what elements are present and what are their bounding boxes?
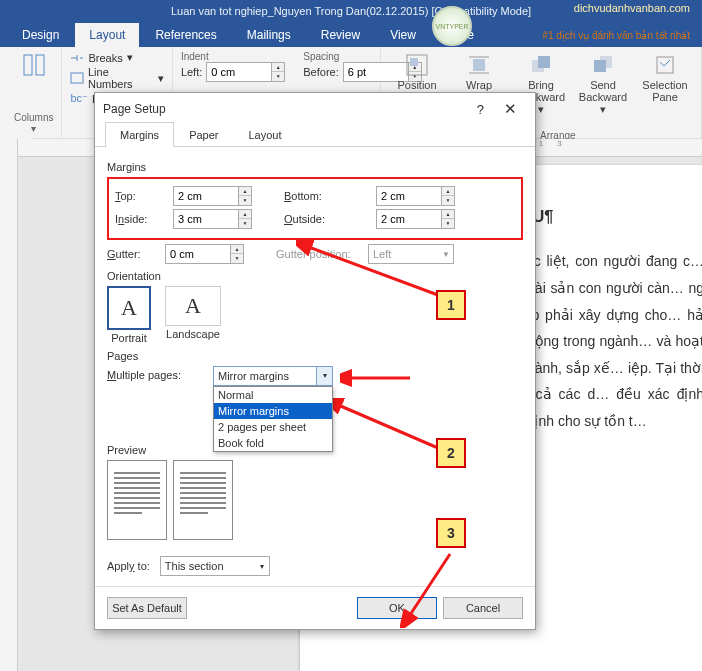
help-button[interactable]: ? — [467, 102, 494, 117]
multiple-pages-dropdown: Normal Mirror margins 2 pages per sheet … — [213, 386, 333, 452]
portrait-icon: A — [121, 295, 137, 321]
apply-to-select[interactable]: This section▾ — [160, 556, 270, 576]
line-numbers-icon — [70, 72, 83, 84]
close-button[interactable]: ✕ — [494, 100, 527, 118]
svg-rect-5 — [473, 59, 485, 71]
margin-inside-input[interactable]: ▲▼ — [173, 209, 252, 229]
orientation-section-label: Orientation — [107, 270, 523, 282]
landscape-icon: A — [185, 293, 201, 319]
spin-up-icon[interactable]: ▲ — [239, 187, 251, 196]
margin-top-label: Top: — [115, 190, 167, 202]
tab-design[interactable]: Design — [8, 23, 73, 47]
orientation-portrait[interactable]: A Portrait — [107, 286, 151, 344]
selection-pane-icon — [637, 51, 693, 79]
callout-2: 2 — [436, 438, 466, 468]
gutter-position-label: Gutter position: — [276, 248, 362, 260]
window-title: Luan van tot nghiep_Nguyen Trong Dan(02.… — [171, 5, 531, 17]
columns-icon — [20, 51, 48, 79]
callout-3: 3 — [436, 518, 466, 548]
landscape-label: Landscape — [166, 328, 220, 340]
titlebar: Luan van tot nghiep_Nguyen Trong Dan(02.… — [0, 0, 702, 22]
margin-top-input[interactable]: ▲▼ — [173, 186, 252, 206]
send-backward-icon — [575, 51, 631, 79]
svg-rect-2 — [71, 73, 83, 83]
watermark-logo: VNTYPER — [432, 6, 472, 46]
preview-page-left — [107, 460, 167, 540]
dialog-titlebar[interactable]: Page Setup ? ✕ — [95, 93, 535, 125]
ok-button[interactable]: OK — [357, 597, 437, 619]
breaks-icon — [70, 52, 84, 64]
tab-review[interactable]: Review — [307, 23, 374, 47]
columns-button[interactable]: Columns ▾ — [14, 112, 53, 134]
dialog-tab-margins[interactable]: Margins — [105, 122, 174, 147]
option-normal[interactable]: Normal — [214, 387, 332, 403]
indent-label: Indent — [181, 51, 285, 62]
svg-rect-9 — [594, 60, 606, 72]
multiple-pages-label: Multiple pages: — [107, 366, 205, 381]
dialog-title: Page Setup — [103, 102, 166, 116]
tab-view[interactable]: View — [376, 23, 430, 47]
margins-highlight-box: Top: ▲▼ Bottom: ▲▼ Inside: ▲▼ Outside: ▲… — [107, 177, 523, 240]
page-setup-dialog: Page Setup ? ✕ Margins Paper Layout Marg… — [94, 92, 536, 630]
svg-rect-1 — [36, 55, 44, 75]
option-2-pages[interactable]: 2 pages per sheet — [214, 419, 332, 435]
dialog-tab-paper[interactable]: Paper — [174, 122, 233, 147]
selection-pane-button[interactable]: Selection Pane — [637, 51, 693, 134]
option-mirror-margins[interactable]: Mirror margins — [214, 403, 332, 419]
ribbon-columns-group: Columns ▾ — [6, 47, 62, 138]
breaks-button[interactable]: Breaks ▾ — [70, 51, 163, 64]
wrap-icon — [451, 51, 507, 79]
margins-section-label: Margins — [107, 161, 523, 173]
chevron-down-icon[interactable]: ▾ — [316, 367, 332, 385]
margin-inside-label: Inside: — [115, 213, 167, 225]
gutter-input[interactable]: ▲▼ — [165, 244, 244, 264]
cancel-button[interactable]: Cancel — [443, 597, 523, 619]
margin-outside-input[interactable]: ▲▼ — [376, 209, 455, 229]
watermark-tagline: #1 dịch vụ đánh văn bản tốt nhất — [542, 30, 690, 41]
watermark-url: dichvudanhvanban.com — [574, 2, 690, 14]
hyphenation-icon: bc⁻ — [70, 92, 88, 105]
margin-bottom-label: Bottom: — [284, 190, 370, 202]
gutter-label: Gutter: — [107, 248, 159, 260]
gutter-position-select: Left▼ — [368, 244, 454, 264]
spacing-before-label: Before: — [303, 66, 338, 78]
margin-bottom-input[interactable]: ▲▼ — [376, 186, 455, 206]
dialog-tab-layout[interactable]: Layout — [233, 122, 296, 147]
chevron-down-icon: ▼ — [439, 250, 453, 259]
preview-page-right — [173, 460, 233, 540]
portrait-label: Portrait — [111, 332, 146, 344]
apply-to-label: Apply to: — [107, 560, 150, 572]
margin-outside-label: Outside: — [284, 213, 370, 225]
svg-rect-7 — [538, 56, 550, 68]
tab-layout[interactable]: Layout — [75, 23, 139, 47]
indent-left-label: Left: — [181, 66, 202, 78]
orientation-landscape[interactable]: A Landscape — [165, 286, 221, 344]
multiple-pages-select[interactable]: Mirror margins ▾ — [213, 366, 333, 386]
spin-down-icon[interactable]: ▼ — [239, 196, 251, 204]
send-backward-button[interactable]: Send Backward ▾ — [575, 51, 631, 134]
chevron-down-icon[interactable]: ▾ — [255, 562, 269, 571]
callout-1: 1 — [436, 290, 466, 320]
position-icon — [389, 51, 445, 79]
svg-rect-4 — [410, 58, 418, 66]
line-numbers-button[interactable]: Line Numbers ▾ — [70, 66, 163, 90]
tab-references[interactable]: References — [141, 23, 230, 47]
svg-rect-0 — [24, 55, 32, 75]
indent-left-input[interactable]: ▲▼ — [206, 62, 285, 82]
tab-mailings[interactable]: Mailings — [233, 23, 305, 47]
option-book-fold[interactable]: Book fold — [214, 435, 332, 451]
pages-section-label: Pages — [107, 350, 523, 362]
set-as-default-button[interactable]: Set As Default — [107, 597, 187, 619]
bring-forward-icon — [513, 51, 569, 79]
vertical-ruler — [0, 139, 18, 671]
